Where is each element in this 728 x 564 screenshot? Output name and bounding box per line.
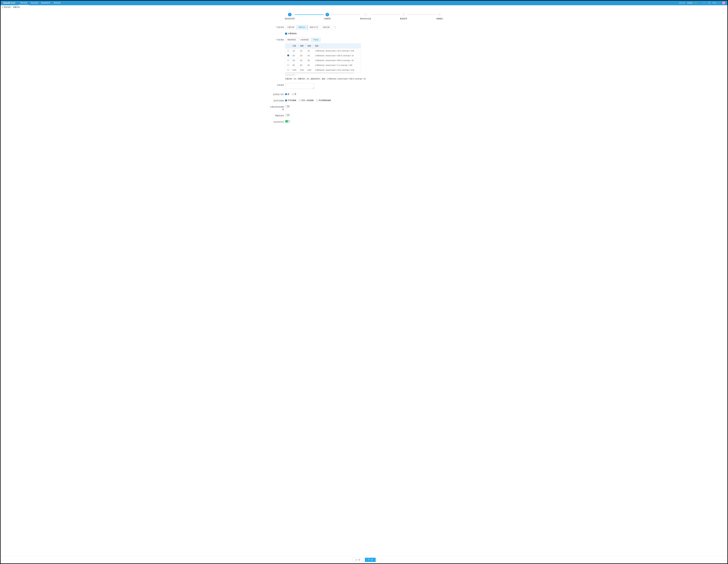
spec-cell-desc: 1 KB/record , record count < 2 b, incre … xyxy=(314,63,361,68)
wizard-steps: ✓源&目标设置 2功能配置 3表&action过滤 4数据处理 5创建确认 xyxy=(266,13,462,20)
version-label: v4.4.1.0 xyxy=(679,2,685,4)
logo: CloudCanal xyxy=(3,2,15,4)
sync-ddl-no[interactable]: 否 xyxy=(292,93,296,95)
spec-cell-full: 2G xyxy=(291,53,299,58)
step-5-circle: 5 xyxy=(438,13,441,16)
next-button[interactable]: 下一步 xyxy=(365,558,376,562)
spec-row[interactable]: 4G4G4G1 KB/record , record count < 2 b, … xyxy=(285,63,361,68)
spec-table: 全量 增量 校验 描述 1G1G1G1 KB/record , record c… xyxy=(285,43,361,72)
spec-row-radio[interactable] xyxy=(287,69,289,71)
task-type-label: *任务类型 xyxy=(269,25,284,29)
menu-icon[interactable]: ▪▪ xyxy=(719,2,720,4)
user-info: ▪▪▪ ▪▪▪ xyxy=(702,2,706,4)
full-init-checkbox[interactable]: 全量初始化 xyxy=(285,32,459,35)
step-line-1 xyxy=(295,14,324,15)
spec-row-radio[interactable] xyxy=(287,54,289,56)
spec-full-enhanced[interactable]: 全量增强型 xyxy=(298,38,311,42)
task-type-full[interactable]: 全量迁移 xyxy=(285,25,296,29)
spec-row-radio[interactable] xyxy=(287,50,289,52)
task-desc-label: 任务描述 xyxy=(269,83,284,86)
auto-start-switch[interactable] xyxy=(285,120,290,122)
main-content: ✓源&目标设置 2功能配置 3表&action过滤 4数据处理 5创建确认 *任… xyxy=(1,9,727,556)
spec-row[interactable]: 0.5G0.5G0.5G1 KB/record , record count <… xyxy=(285,68,361,72)
task-type-verify[interactable]: 校验与订正 xyxy=(308,25,321,29)
crumb-indicator xyxy=(2,6,3,8)
lang-selector[interactable]: 中文▾ xyxy=(712,2,717,4)
spec-cell-desc: 1 KB/record , record count < 10 m, incre… xyxy=(314,68,361,72)
spec-incr-enhanced[interactable]: 增量增强型 xyxy=(285,38,298,42)
spec-row[interactable]: 2G2G2G1 KB/record , record count < 200 m… xyxy=(285,53,361,58)
task-spec-label: *任务规格 xyxy=(269,38,284,41)
spec-th-radio xyxy=(285,44,291,48)
task-type-struct[interactable]: 结构迁移 xyxy=(321,25,332,29)
check-once[interactable]: 开启一次性校验 xyxy=(299,99,314,102)
spec-row[interactable]: 1G1G1G1 KB/record , record count < 20 m,… xyxy=(285,48,361,53)
task-type-incremental[interactable]: 增量同步 xyxy=(296,25,308,29)
spec-th-check: 校验 xyxy=(306,44,314,48)
chevron-down-icon: ▾ xyxy=(716,2,717,4)
spec-cell-check: 3G xyxy=(306,58,314,63)
task-type-group: 全量迁移 增量同步 校验与订正 结构迁移 xyxy=(285,25,332,29)
help-icon[interactable]: ? xyxy=(708,2,710,4)
nav-sync-settings[interactable]: 同步设置 xyxy=(29,1,40,5)
spec-cell-incr: 3G xyxy=(299,58,306,63)
crumb-level1[interactable]: 同步任务 xyxy=(4,6,11,8)
rebuild-target-switch[interactable] xyxy=(285,114,290,116)
top-nav: 同步任务 同步设置 数据源管理 系统设置 xyxy=(19,1,62,5)
prev-button[interactable]: 上一步 xyxy=(352,558,363,562)
spec-cell-incr: 4G xyxy=(299,63,306,68)
spec-cell-incr: 1G xyxy=(299,48,306,53)
spec-th-incr: 增量 xyxy=(299,44,306,48)
sync-ddl-yes[interactable]: 是 xyxy=(285,93,289,95)
step-5-label: 创建确认 xyxy=(436,17,443,20)
spec-cell-full: 3G xyxy=(291,58,299,63)
spec-cell-full: 0.5G xyxy=(291,68,299,72)
avatar[interactable] xyxy=(722,1,725,4)
spec-cell-full: 1G xyxy=(291,48,299,53)
nav-datasource[interactable]: 数据源管理 xyxy=(40,1,52,5)
spec-cell-desc: 1 KB/record , record count < 500 m, incr… xyxy=(314,58,361,63)
step-line-3 xyxy=(371,14,400,15)
header-right: v4.4.1.0 社区版 已激活， ▪▪▪ ▪▪▪ ? 中文▾ ▪▪ xyxy=(679,1,725,4)
spec-th-desc: 描述 xyxy=(314,44,361,48)
spec-cell-desc: 1 KB/record , record count < 200 m, incr… xyxy=(314,53,361,58)
step-3-circle: 3 xyxy=(364,13,367,16)
spec-scrollbar[interactable] xyxy=(285,73,354,73)
clear-target-label: 全量前清空目标数据 xyxy=(269,105,284,111)
task-type-help-icon[interactable]: ? xyxy=(334,26,336,28)
edition-label: 社区版 已激活， xyxy=(687,2,700,4)
spec-cell-check: 2G xyxy=(306,53,314,58)
sync-ddl-label: 是否同步 DDL xyxy=(269,92,284,96)
check-none[interactable]: 不开启校验 xyxy=(285,99,296,102)
spec-row-radio[interactable] xyxy=(287,59,289,61)
spec-row-radio[interactable] xyxy=(287,64,289,66)
spec-th-full: 全量 xyxy=(291,44,299,48)
nav-sync-tasks[interactable]: 同步任务 xyxy=(19,1,29,5)
spec-balanced[interactable]: 平衡型 xyxy=(311,38,320,42)
spec-cell-check: 1G xyxy=(306,48,314,53)
spec-cell-check: 4G xyxy=(306,63,314,68)
full-init-input[interactable] xyxy=(285,33,287,35)
step-line-4 xyxy=(407,14,436,15)
spec-cell-incr: 2G xyxy=(299,53,306,58)
enable-check-group: 不开启校验 开启一次性校验 开启周期性校验 xyxy=(285,99,459,102)
nav-system[interactable]: 系统设置 xyxy=(52,1,62,5)
check-periodic[interactable]: 开启周期性校验 xyxy=(316,99,331,102)
step-2-circle: 2 xyxy=(326,13,329,16)
clear-target-switch[interactable] xyxy=(285,105,290,107)
spec-cell-check: 0.5G xyxy=(306,68,314,72)
task-spec-group: 增量增强型 全量增强型 平衡型 xyxy=(285,38,321,42)
step-1-circle: ✓ xyxy=(288,13,291,16)
rebuild-target-label: 重建目标表 xyxy=(269,114,284,117)
spec-hint: *任务运行内存 xyxy=(285,74,459,76)
crumb-sep: / xyxy=(12,6,12,8)
sync-ddl-group: 是 否 xyxy=(285,92,459,95)
step-1-label: 源&目标设置 xyxy=(285,17,295,20)
full-init-label: 全量初始化 xyxy=(288,32,297,35)
crumb-level2: 创建任务 xyxy=(13,6,20,8)
spec-row[interactable]: 3G3G3G1 KB/record , record count < 500 m… xyxy=(285,58,361,63)
step-2-label: 功能配置 xyxy=(324,17,331,20)
task-desc-input[interactable] xyxy=(285,83,314,89)
spec-cell-full: 4G xyxy=(291,63,299,68)
step-line-2 xyxy=(331,14,360,15)
